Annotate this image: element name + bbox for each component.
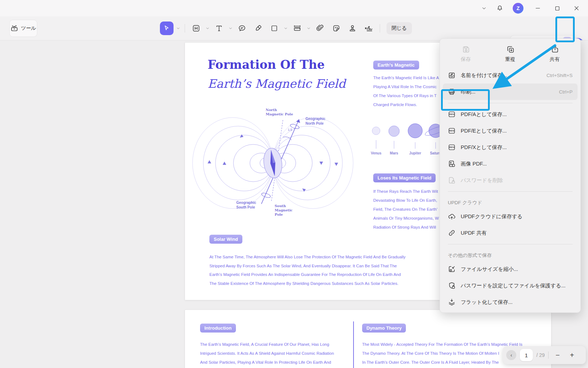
main-toolbar: ツール [0, 16, 588, 40]
menu-section-other-formats: その他の形式で保存 [440, 247, 580, 261]
menu-item-image-pdf[interactable]: 画像 PDF... [440, 156, 580, 172]
heading-tool-button[interactable] [189, 21, 203, 35]
zoom-in-button[interactable]: + [566, 351, 577, 359]
stamp-tool-button[interactable] [346, 21, 359, 35]
menu-separator [448, 244, 573, 244]
close-window-button[interactable] [572, 3, 582, 13]
minimize-button[interactable] [533, 3, 543, 13]
doc-title-line1: Formation Of The [208, 58, 325, 72]
menu-section-cloud: UPDF クラウド [440, 195, 580, 208]
link-icon [448, 229, 456, 237]
signature-tool-button[interactable] [362, 21, 375, 35]
menu-item-updf-share[interactable]: UPDF 共有 [440, 225, 580, 241]
page-navigation: ‹ 1 / 29 − + [503, 346, 586, 364]
dynamo-theory-text: The Most Widely - Accepted Theory For Th… [362, 340, 522, 367]
notifications-bell-icon[interactable] [496, 5, 503, 12]
pagenav-divider [548, 352, 549, 359]
menu-item-remove-password[interactable]: パスワードを削除 [440, 172, 580, 188]
shape-tool-chevron-icon[interactable] [284, 26, 288, 30]
zoom-out-button[interactable]: − [552, 351, 563, 359]
solar-wind-paragraph: At The Same Time, The Atmosphere Will Al… [209, 253, 406, 288]
menu-item-save-pdfe[interactable]: PDF/E PDF/Eとして保存... [440, 123, 580, 139]
section-badge-dynamo-theory: Dynamo Theory [362, 324, 406, 333]
south-magnetic-pole-label: SouthMagneticPole [275, 204, 293, 217]
titlebar-chevron-down-icon[interactable] [481, 5, 487, 11]
column-divider [353, 321, 354, 368]
menu-action-save[interactable]: 保存 [444, 45, 488, 63]
svg-text:PDF/A: PDF/A [449, 113, 455, 115]
select-tool-chevron-icon[interactable] [176, 26, 180, 30]
previous-page-button[interactable]: ‹ [506, 350, 516, 360]
select-tool-button[interactable] [160, 21, 174, 35]
north-magnetic-pole-label: NorthMagnetic Pole [266, 108, 293, 116]
highlight-box-print-item [441, 89, 490, 111]
svg-text:PDF/E: PDF/E [449, 130, 455, 132]
section-badge-introduction: Introduction [200, 324, 236, 333]
reduce-size-icon [448, 265, 456, 273]
annotation-arrow [484, 38, 566, 93]
measure-tool-chevron-icon[interactable] [307, 26, 311, 30]
image-pdf-icon [448, 160, 456, 168]
shield-lock-icon [448, 282, 456, 290]
save-icon [462, 45, 470, 53]
toolbar-divider [380, 24, 380, 33]
svg-text:Mars: Mars [390, 151, 398, 155]
geographic-north-pole-label: GeographicNorth Pole [305, 116, 326, 126]
earths-magnetic-text: The Earth's Magnetic Field Is Like A Pla… [373, 73, 439, 109]
svg-text:PDF/X: PDF/X [449, 146, 455, 148]
menu-item-save-flattened[interactable]: フラット化して保存... [440, 294, 580, 310]
toolbox-icon [10, 24, 18, 32]
loses-field-text: If These Rays Reach The Earth Wit Devast… [373, 187, 439, 232]
current-page-input[interactable]: 1 [520, 349, 533, 361]
tools-label: ツール [21, 25, 36, 32]
planet-size-comparison: Venus Mars Jupiter Saturn [365, 114, 451, 159]
attachment-tool-button[interactable] [313, 21, 327, 35]
flatten-icon [448, 298, 456, 306]
shape-tool-button[interactable] [267, 21, 281, 35]
toolbar-divider [185, 24, 185, 33]
menu-item-save-to-cloud[interactable]: UPDFクラウドに保存する [440, 208, 580, 225]
pdfa-icon: PDF/A [448, 110, 456, 118]
text-tool-chevron-icon[interactable] [228, 26, 233, 30]
highlighter-tool-button[interactable] [251, 21, 265, 35]
axis-angle-label: 1.5 [288, 128, 292, 132]
menu-item-reduce-file-size[interactable]: ファイルサイズを縮小... [440, 261, 580, 277]
cloud-upload-icon [448, 212, 456, 220]
section-badge-loses-field: Loses Its Magnetic Field [373, 173, 436, 182]
svg-text:Jupiter: Jupiter [409, 151, 421, 155]
pdfx-icon: PDF/X [448, 143, 456, 151]
menu-item-save-pdfx[interactable]: PDF/X PDF/Xとして保存... [440, 139, 580, 156]
remove-password-icon [448, 176, 456, 184]
text-tool-button[interactable] [212, 21, 226, 35]
sticker-tool-button[interactable] [329, 21, 343, 35]
close-document-button[interactable]: 閉じる [387, 22, 412, 34]
comment-tool-button[interactable] [235, 21, 249, 35]
introduction-text: The Earth's Magnetic Field, A Crucial Fe… [200, 340, 334, 367]
menu-item-protect-with-password[interactable]: パスワードを設定してファイルを保護する... [440, 277, 580, 294]
pdf-page-2[interactable]: Introduction The Earth's Magnetic Field,… [185, 310, 551, 368]
heading-tool-chevron-icon[interactable] [205, 26, 210, 30]
menu-separator [448, 191, 573, 192]
svg-text:Venus: Venus [371, 151, 381, 155]
save-as-icon [448, 71, 456, 79]
geographic-south-pole-label: GeographicSouth Pole [236, 200, 256, 210]
tools-button[interactable]: ツール [9, 20, 37, 37]
section-badge-earths-magnetic: Earth's Magnetic [373, 61, 419, 70]
pdfe-icon: PDF/E [448, 127, 456, 135]
title-bar: Z [0, 0, 588, 16]
section-badge-solar-wind: Solar Wind [209, 235, 242, 244]
maximize-button[interactable] [552, 3, 562, 13]
measure-tool-button[interactable] [290, 21, 304, 35]
magnetic-field-diagram [189, 103, 357, 226]
total-pages-label: / 29 [536, 352, 545, 358]
user-avatar[interactable]: Z [513, 3, 523, 14]
doc-title-line2: Earth’s Magnetic Field [208, 77, 346, 91]
cursor-icon [163, 24, 171, 32]
